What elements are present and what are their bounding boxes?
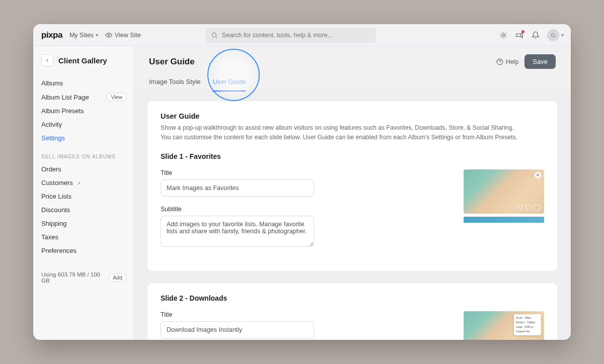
add-storage-button[interactable]: Add <box>109 274 126 282</box>
card-desc-line1: Show a pop-up walkthrough to assist new … <box>161 123 544 133</box>
slide1-preview-image: ✕ <box>464 169 544 214</box>
nav-activity[interactable]: Activity <box>41 118 126 131</box>
sidebar-title: Client Gallery <box>58 56 107 65</box>
chevron-down-icon: ▾ <box>96 32 98 38</box>
my-sites-menu[interactable]: My Sites ▾ <box>69 32 98 39</box>
eye-icon <box>105 32 112 39</box>
slide1-subtitle-input[interactable] <box>161 216 314 247</box>
download-size-popup: Small · 168px Medium · 1280px Large · 20… <box>514 314 541 335</box>
account-menu[interactable]: G ▾ <box>547 29 564 41</box>
nav-customers[interactable]: Customers ↗ <box>41 176 126 190</box>
close-icon: ✕ <box>535 172 541 178</box>
chevron-left-icon <box>45 58 50 63</box>
search-input[interactable] <box>222 32 371 39</box>
nav-album-presets[interactable]: Album Presets <box>41 104 126 118</box>
external-link-icon: ↗ <box>77 180 81 186</box>
chevron-down-icon: ▾ <box>561 32 564 38</box>
user-guide-card: User Guide Show a pop-up walkthrough to … <box>147 101 558 271</box>
page-title: User Guide <box>149 57 195 67</box>
slide1-preview-strip <box>464 217 544 223</box>
theme-toggle-icon[interactable] <box>499 31 508 40</box>
slide1-title-input[interactable] <box>161 179 314 197</box>
nav-albums[interactable]: Albums <box>41 76 126 90</box>
svg-point-0 <box>108 34 110 36</box>
slide2-preview-image: ✕ Small · 168px Medium · 1280px Large · … <box>464 311 544 340</box>
nav-settings[interactable]: Settings <box>41 131 126 145</box>
announcements-icon[interactable] <box>515 31 524 40</box>
svg-point-3 <box>502 34 504 36</box>
slide2-heading: Slide 2 - Downloads <box>161 294 544 302</box>
back-button[interactable] <box>41 54 53 66</box>
storage-usage-text: Using 603.79 MB / 100 GB <box>41 271 104 284</box>
slide1-subtitle-label: Subtitle <box>161 206 440 213</box>
slide1-heading: Slide 1 - Favorites <box>161 152 544 160</box>
download-icon <box>525 205 532 211</box>
svg-line-2 <box>216 36 217 38</box>
heart-icon <box>517 205 523 211</box>
svg-line-7 <box>505 37 506 37</box>
card-desc-line2: You can customise the content for each s… <box>161 133 544 142</box>
slide1-title-label: Title <box>161 169 440 176</box>
svg-point-1 <box>212 33 216 37</box>
bell-icon[interactable] <box>531 31 540 40</box>
view-site-link[interactable]: View Site <box>105 32 141 39</box>
nav-discounts[interactable]: Discounts <box>41 203 126 217</box>
svg-line-10 <box>501 37 501 37</box>
my-sites-label: My Sites <box>69 32 94 39</box>
view-site-label: View Site <box>115 32 141 39</box>
view-pill[interactable]: View <box>107 93 126 101</box>
slide2-card: Slide 2 - Downloads Title ✕ <box>147 283 558 340</box>
slide2-title-label: Title <box>161 311 440 318</box>
card-title: User Guide <box>161 112 544 120</box>
search-icon <box>211 32 218 39</box>
save-button[interactable]: Save <box>524 54 556 69</box>
help-icon <box>496 58 503 65</box>
svg-line-6 <box>501 33 501 33</box>
svg-rect-12 <box>516 34 521 36</box>
share-icon <box>534 205 540 211</box>
slide2-title-input[interactable] <box>161 321 314 338</box>
section-label-sell: SELL IMAGES ON ALBUMS <box>41 154 126 159</box>
help-link[interactable]: Help <box>496 58 519 65</box>
nav-price-lists[interactable]: Price Lists <box>41 190 126 203</box>
avatar: G <box>547 29 559 41</box>
nav-album-list-page[interactable]: Album List Page View <box>41 90 126 104</box>
tab-image-tools-style[interactable]: Image Tools Style <box>149 75 200 91</box>
nav-orders[interactable]: Orders <box>41 162 126 176</box>
brand-logo: pixpa <box>41 30 62 40</box>
nav-preferences[interactable]: Preferences <box>41 244 126 257</box>
search-bar[interactable] <box>206 28 376 43</box>
notification-dot <box>521 30 524 33</box>
tab-user-guide[interactable]: User Guide <box>212 75 246 92</box>
nav-shipping[interactable]: Shipping <box>41 217 126 230</box>
svg-line-11 <box>505 33 506 33</box>
nav-taxes[interactable]: Taxes <box>41 230 126 244</box>
